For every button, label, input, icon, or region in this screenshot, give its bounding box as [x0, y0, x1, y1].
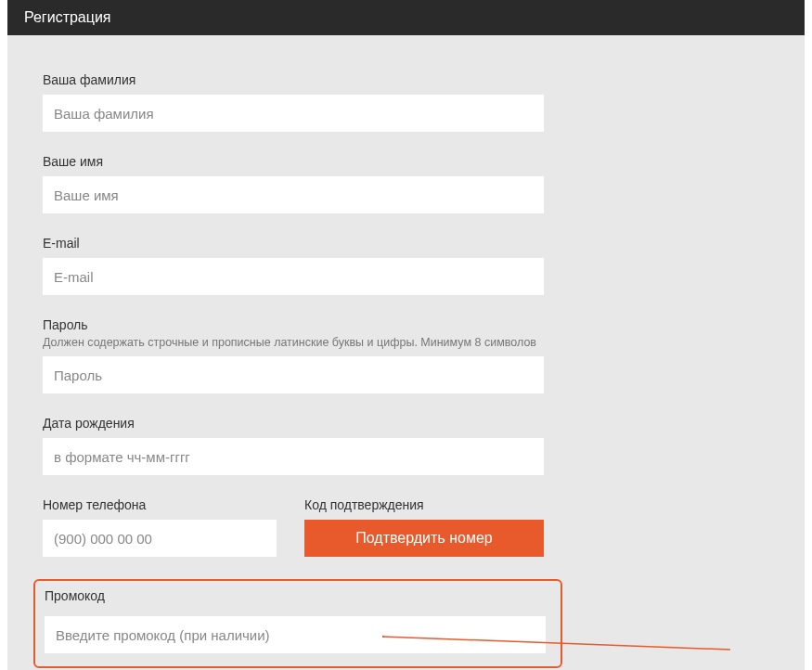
last-name-input[interactable]: [43, 95, 544, 132]
birthdate-label: Дата рождения: [43, 416, 769, 431]
email-group: E-mail: [43, 236, 769, 295]
birthdate-group: Дата рождения: [43, 416, 769, 475]
password-group: Пароль Должен содержать строчные и пропи…: [43, 317, 769, 393]
phone-input[interactable]: [43, 520, 277, 557]
email-label: E-mail: [43, 236, 769, 251]
birthdate-input[interactable]: [43, 438, 544, 475]
verification-group: Код подтверждения Подтвердить номер: [304, 497, 544, 557]
registration-form: Ваша фамилия Ваше имя E-mail Пароль Долж…: [7, 35, 805, 670]
page-header: Регистрация: [7, 0, 805, 35]
first-name-group: Ваше имя: [43, 154, 769, 213]
phone-label: Номер телефона: [43, 497, 277, 512]
phone-row: Номер телефона Код подтверждения Подтвер…: [43, 497, 769, 557]
promo-highlight-box: Промокод: [33, 579, 562, 668]
last-name-label: Ваша фамилия: [43, 72, 769, 87]
password-input[interactable]: [43, 356, 544, 393]
first-name-label: Ваше имя: [43, 154, 769, 169]
verification-label: Код подтверждения: [304, 497, 544, 512]
phone-group: Номер телефона: [43, 497, 277, 557]
confirm-phone-button[interactable]: Подтвердить номер: [304, 520, 544, 557]
promo-input[interactable]: [45, 616, 546, 653]
promo-label: Промокод: [45, 588, 551, 603]
email-input[interactable]: [43, 258, 544, 295]
first-name-input[interactable]: [43, 176, 544, 213]
page-title: Регистрация: [24, 9, 111, 25]
password-label: Пароль: [43, 317, 769, 332]
password-hint: Должен содержать строчные и прописные ла…: [43, 336, 769, 349]
last-name-group: Ваша фамилия: [43, 72, 769, 132]
